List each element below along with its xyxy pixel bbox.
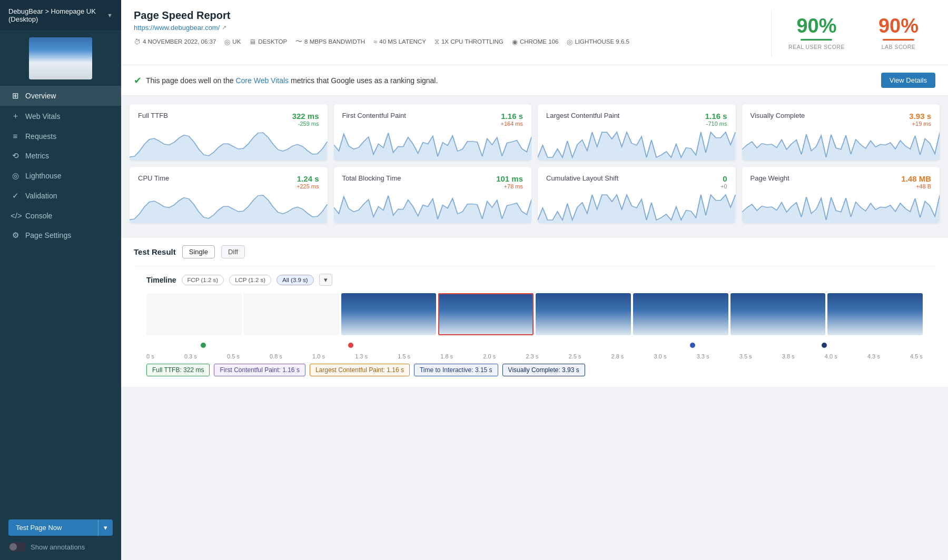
sidebar: DebugBear > Homepage UK (Desktop) ▼ ⊞ Ov… [0, 0, 121, 560]
marker-dot-vc [822, 343, 827, 348]
metric-card-first-contentful-paint[interactable]: First Contentful Paint 1.16 s +164 ms [334, 104, 532, 161]
metric-value: 101 ms [496, 174, 523, 183]
sidebar-item-requests[interactable]: ≡ Requests [0, 126, 121, 146]
frame-content [341, 293, 437, 335]
cwv-link[interactable]: Core Web Vitals [235, 76, 289, 85]
plus-icon: ＋ [11, 111, 20, 121]
metric-chart [334, 129, 532, 161]
timeline-frame-0[interactable] [146, 293, 242, 335]
timeline-frame-6[interactable] [730, 293, 826, 335]
timeline-tag-lcp[interactable]: LCP (1.2 s) [229, 275, 271, 285]
sidebar-item-lighthouse[interactable]: ◎ Lighthouse [0, 166, 121, 186]
axis-labels: 0 s 0.3 s 0.5 s 0.8 s 1.0 s 1.3 s 1.5 s … [146, 351, 923, 359]
timeline-tag-fcp[interactable]: FCP (1.2 s) [182, 275, 224, 285]
metric-card-page-weight[interactable]: Page Weight 1.48 MB +48 B [742, 167, 940, 223]
page-screenshot-thumb [0, 31, 121, 86]
timeline-axis-container: 0 s 0.3 s 0.5 s 0.8 s 1.0 s 1.3 s 1.5 s … [146, 341, 923, 359]
marker-dot-tti [690, 343, 695, 348]
timeline-frame-4[interactable] [536, 293, 631, 335]
tab-diff[interactable]: Diff [221, 245, 245, 258]
wifi-icon: 〜 [295, 37, 302, 46]
metric-header: Page Weight 1.48 MB +48 B [750, 174, 932, 189]
timeline-frame-2[interactable] [341, 293, 437, 335]
chart-icon: ⟲ [11, 151, 20, 161]
dropdown-arrow-icon[interactable]: ▾ [98, 519, 113, 536]
sidebar-item-metrics[interactable]: ⟲ Metrics [0, 146, 121, 166]
lab-score-label: LAB SCORE [882, 44, 916, 50]
cwv-banner-left: ✔ This page does well on the Core Web Vi… [134, 75, 438, 86]
metric-name: Page Weight [750, 174, 789, 182]
timeline-label-tti: Time to Interactive: 3.15 s [414, 364, 498, 376]
metric-card-visually-complete[interactable]: Visually Complete 3.93 s +19 ms [742, 104, 940, 161]
cwv-banner-text: This page does well on the Core Web Vita… [146, 76, 438, 85]
meta-latency: ≈ 40 MS LATENCY [373, 38, 426, 46]
lighthouse-meta-icon: ◎ [567, 38, 572, 46]
timeline-label-ttfb: Full TTFB: 322 ms [146, 364, 210, 376]
metric-values: 1.48 MB +48 B [901, 174, 931, 189]
sidebar-item-console[interactable]: </> Console [0, 206, 121, 225]
sidebar-item-web-vitals[interactable]: ＋ Web Vitals [0, 106, 121, 126]
metric-card-largest-contentful-paint[interactable]: Largest Contentful Paint 1.16 s -710 ms [538, 104, 736, 161]
timeline-dropdown[interactable]: ▾ [319, 274, 332, 286]
sidebar-item-label: Console [25, 212, 52, 220]
metric-delta: +225 ms [297, 183, 319, 189]
metrics-section: Full TTFB 322 ms -259 ms First Contentfu… [121, 96, 948, 238]
metric-card-total-blocking-time[interactable]: Total Blocking Time 101 ms +78 ms [334, 167, 532, 223]
timeline-label-lcp: Largest Contentful Paint: 1.16 s [310, 364, 410, 376]
metric-card-cumulative-layout-shift[interactable]: Cumulative Layout Shift 0 +0 [538, 167, 736, 223]
annotations-toggle[interactable] [8, 542, 26, 552]
real-user-score-box: 90% REAL USER SCORE [772, 9, 862, 56]
timeline-frame-7[interactable] [827, 293, 923, 335]
sidebar-item-page-settings[interactable]: ⚙ Page Settings [0, 225, 121, 245]
sidebar-item-overview[interactable]: ⊞ Overview [0, 86, 121, 106]
frame-content [536, 293, 631, 335]
meta-throttling: ⧖ 1X CPU THROTTLING [434, 37, 503, 46]
report-header-left: Page Speed Report https://www.debugbear.… [134, 9, 771, 56]
test-page-now-button[interactable]: Test Page Now ▾ [8, 519, 113, 536]
metric-values: 322 ms -259 ms [292, 112, 319, 127]
timeline-frame-5[interactable] [633, 293, 728, 335]
sidebar-item-label: Lighthouse [25, 172, 62, 180]
metrics-row-2: CPU Time 1.24 s +225 ms Total Blocking T… [130, 167, 940, 223]
list-icon: ≡ [11, 132, 20, 141]
metric-delta: -710 ms [705, 121, 727, 127]
location-icon: ◎ [224, 38, 230, 46]
metric-name: CPU Time [138, 174, 169, 182]
lab-score-bar [883, 39, 914, 41]
timeline-section: Timeline FCP (1.2 s) LCP (1.2 s) All (3.… [134, 266, 935, 387]
main-content: Page Speed Report https://www.debugbear.… [121, 0, 948, 560]
marker-dot-ttfb [201, 343, 206, 348]
real-user-score-label: REAL USER SCORE [788, 44, 845, 50]
external-link-icon: ↗ [222, 24, 226, 31]
test-page-now-label: Test Page Now [8, 519, 98, 536]
sidebar-item-validation[interactable]: ✓ Validation [0, 186, 121, 206]
metric-values: 3.93 s +19 ms [909, 112, 931, 127]
breadcrumb[interactable]: DebugBear > Homepage UK (Desktop) ▼ [0, 0, 121, 31]
metric-chart [742, 192, 940, 223]
sidebar-bottom: Test Page Now ▾ Show annotations [0, 511, 121, 560]
meta-browser: ◉ CHROME 106 [512, 38, 559, 46]
breadcrumb-text: DebugBear > Homepage UK (Desktop) [8, 7, 103, 23]
tab-single[interactable]: Single [182, 245, 215, 258]
timeline-tag-all[interactable]: All (3.9 s) [276, 275, 314, 285]
metric-header: Largest Contentful Paint 1.16 s -710 ms [546, 112, 727, 127]
timeline-frame-1[interactable] [244, 293, 339, 335]
metric-values: 101 ms +78 ms [496, 174, 523, 189]
meta-lighthouse: ◎ LIGHTHOUSE 9.6.5 [567, 38, 629, 46]
meta-date: ⏱ 4 NOVEMBER 2022, 06:37 [134, 38, 216, 46]
lighthouse-icon: ◎ [11, 171, 20, 181]
metric-delta: -259 ms [292, 121, 319, 127]
metric-value: 1.16 s [501, 112, 524, 121]
metric-values: 1.24 s +225 ms [297, 174, 319, 189]
metric-card-full-ttfb[interactable]: Full TTFB 322 ms -259 ms [130, 104, 328, 161]
view-details-button[interactable]: View Details [881, 73, 935, 88]
metric-card-cpu-time[interactable]: CPU Time 1.24 s +225 ms [130, 167, 328, 223]
report-url[interactable]: https://www.debugbear.com/ ↗ [134, 24, 771, 32]
timeline-frames [146, 293, 923, 335]
sidebar-item-label: Metrics [25, 152, 49, 160]
toggle-knob [9, 543, 17, 551]
timeline-frame-3[interactable] [438, 293, 534, 335]
gear-icon: ⚙ [11, 231, 20, 240]
test-result-title: Test Result [134, 247, 176, 256]
lab-score-value: 90% [878, 16, 919, 36]
